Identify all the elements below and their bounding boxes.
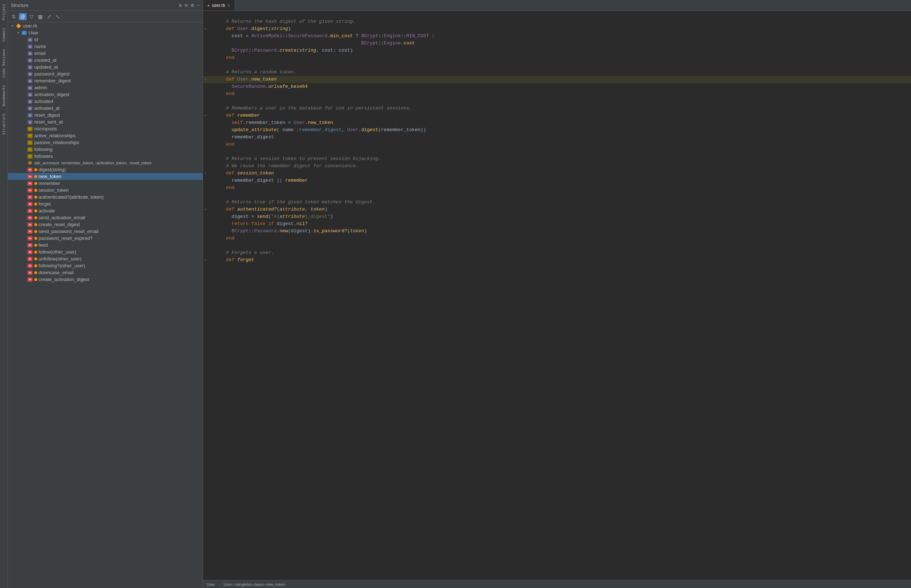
list-item[interactable]: m password_reset_expired? [8, 235, 203, 242]
list-item[interactable]: ⟡ following [8, 146, 203, 153]
tree-label: following?(other_user) [39, 263, 203, 268]
panel-header: Structure ⇅ ⇆ ⚙ − [8, 0, 203, 11]
tree-label: email [34, 50, 203, 56]
visibility-dot [34, 250, 37, 254]
grid-btn[interactable]: ▦ [37, 13, 44, 20]
tab-structure[interactable]: Structure [1, 110, 7, 138]
tree-label: active_relationships [34, 133, 203, 138]
list-item[interactable]: m create_activation_digest [8, 276, 203, 283]
editor-tab-bar: ● user.rb × [203, 0, 911, 11]
list-item[interactable]: m unfollow(other_user) [8, 255, 203, 262]
at-btn[interactable]: @ [19, 13, 27, 20]
code-line: end [203, 184, 911, 191]
list-item[interactable]: ▦ admin [8, 84, 203, 91]
tab-close-button[interactable]: × [227, 3, 230, 8]
breadcrumb-user: User [207, 582, 215, 586]
line-content: # Returns the hash digest of the given s… [218, 18, 355, 25]
list-item[interactable]: m downcase_email [8, 269, 203, 276]
tab-bookmarks[interactable]: Bookmarks [1, 81, 7, 110]
close-panel-icon[interactable]: − [197, 3, 200, 8]
field-icon: ▦ [27, 51, 33, 56]
list-item[interactable]: m session_token [8, 187, 203, 194]
list-item[interactable]: m send_activation_email [8, 214, 203, 221]
tree-label: updated_at [34, 64, 203, 70]
line-content: # Returns a random token. [218, 69, 297, 76]
collapse-btn[interactable]: ⤡ [54, 13, 61, 20]
list-item[interactable]: ⟡ microposts [8, 125, 203, 132]
settings-icon[interactable]: ⚙ [191, 2, 194, 8]
list-item[interactable]: ▦ name [8, 43, 203, 50]
tree-label: password_digest [34, 71, 203, 77]
list-item[interactable]: m send_password_reset_email [8, 228, 203, 235]
expand-btn[interactable]: ⤢ [45, 13, 53, 20]
list-item[interactable]: ▾ 🔶 user.rb [8, 23, 203, 29]
list-item[interactable]: ▦ password_digest [8, 70, 203, 77]
tab-project[interactable]: Project [1, 0, 7, 24]
list-item[interactable]: ▦ activation_digest [8, 91, 203, 98]
filter-btn[interactable]: ▽ [28, 13, 35, 20]
line-content: cost = ActiveModel::SecurePassword.min_c… [218, 32, 435, 40]
code-editor[interactable]: # Returns the hash digest of the given s… [203, 11, 911, 580]
tree-label: downcase_email [39, 270, 203, 275]
code-line [203, 61, 911, 69]
list-item[interactable]: m forget [8, 200, 203, 207]
list-item[interactable]: ⟡ active_relationships [8, 132, 203, 139]
list-item[interactable]: ▦ reset_digest [8, 111, 203, 118]
list-item[interactable]: m digest(string) [8, 166, 203, 173]
list-item[interactable]: ▦ email [8, 50, 203, 57]
list-item[interactable]: ▦ id [8, 36, 203, 43]
list-item[interactable]: ⟡ followers [8, 153, 203, 160]
list-item[interactable]: attr_accessor :remember_token, :activati… [8, 160, 203, 166]
line-content [218, 242, 223, 249]
list-item[interactable]: m create_reset_digest [8, 221, 203, 228]
list-item[interactable]: m following?(other_user) [8, 262, 203, 269]
visibility-dot [34, 271, 37, 274]
sort-btn[interactable]: ⇅ [10, 13, 17, 20]
list-item[interactable]: ▦ activated_at [8, 105, 203, 111]
list-item[interactable]: m activate [8, 207, 203, 214]
field-icon: ▦ [27, 58, 33, 63]
code-line: # Returns true if the given token matche… [203, 199, 911, 206]
tab-commit[interactable]: Commit [1, 24, 7, 45]
line-content: end [218, 184, 234, 191]
tree-label: session_token [39, 187, 203, 193]
code-line [203, 148, 911, 155]
code-line: BCrypt::Password.new(digest).is_password… [203, 228, 911, 235]
list-item[interactable]: ▦ updated_at [8, 63, 203, 70]
tab-code-reviews[interactable]: Code Reviews [1, 45, 7, 81]
list-item[interactable]: m remember [8, 180, 203, 187]
tree-label: send_password_reset_email [39, 229, 203, 234]
line-content: BCrypt::Engine.cost [218, 40, 415, 47]
list-item[interactable]: ⟡ passive_relationships [8, 139, 203, 146]
tree-arrow[interactable]: ▾ [10, 24, 15, 28]
sort-icon[interactable]: ⇅ [179, 2, 182, 8]
tree-label: digest(string) [39, 167, 203, 172]
code-line: end [203, 90, 911, 97]
tree-arrow[interactable]: ▾ [15, 31, 21, 35]
tree-label: microposts [34, 126, 203, 131]
structure-tree[interactable]: ▾ 🔶 user.rb ▾ C User ▦ id ▦ name [8, 23, 203, 588]
list-item[interactable]: m follow(other_user) [8, 249, 203, 255]
tree-label: feed [39, 242, 203, 248]
field-icon: ▦ [27, 71, 33, 77]
list-item[interactable]: ▦ remember_digest [8, 77, 203, 84]
list-item[interactable]: ▦ created_at [8, 57, 203, 63]
visibility-dot [34, 223, 37, 226]
filter-icon[interactable]: ⇆ [185, 2, 188, 8]
line-content: SecureRandom.urlsafe_base64 [218, 83, 308, 90]
tree-label: activation_digest [34, 92, 203, 97]
code-line: digest = send("#{attribute}_digest") [203, 213, 911, 220]
list-item[interactable]: m feed [8, 242, 203, 249]
line-content: remember_digest [218, 134, 274, 141]
attr-icon [27, 160, 33, 165]
list-item[interactable]: ▦ activated [8, 98, 203, 105]
list-item[interactable]: ▦ reset_sent_at [8, 118, 203, 125]
tab-user-rb[interactable]: ● user.rb × [203, 0, 235, 10]
list-item[interactable]: ▾ C User [8, 29, 203, 36]
tab-label: user.rb [212, 3, 225, 8]
method-icon: m [27, 250, 33, 255]
field-icon: ▦ [27, 92, 33, 97]
method-icon: m [27, 236, 33, 241]
list-item[interactable]: m authenticated?(attribute, token) [8, 194, 203, 200]
list-item[interactable]: m new_token [8, 173, 203, 180]
